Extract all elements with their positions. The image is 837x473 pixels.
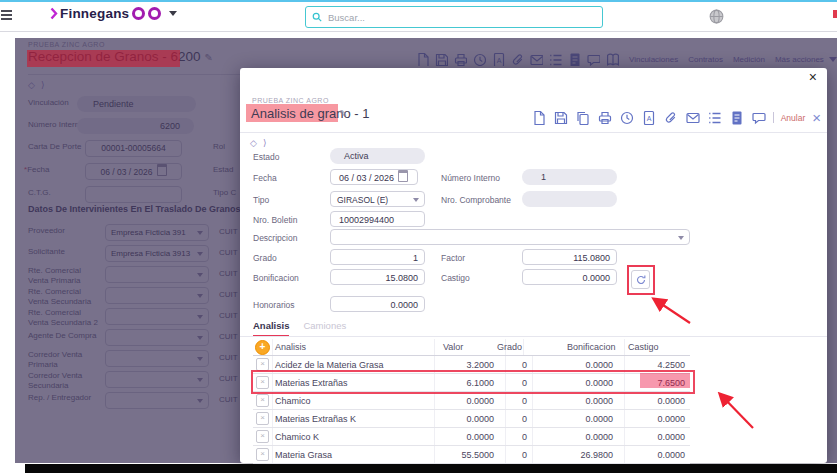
search-icon xyxy=(312,12,322,22)
cell-bonificacion[interactable]: 0.0000 xyxy=(533,356,625,373)
grado-input[interactable]: 1 xyxy=(330,249,425,265)
print-icon[interactable] xyxy=(597,110,612,125)
email-icon[interactable] xyxy=(685,110,700,125)
cell-valor[interactable]: 55.5000 xyxy=(435,446,506,463)
cell-castigo[interactable]: 4.2500 xyxy=(625,356,690,373)
col-header-valor: Valor xyxy=(435,339,506,355)
globe-icon[interactable] xyxy=(708,8,725,25)
delete-row-icon[interactable]: × xyxy=(256,412,269,425)
new-document-icon[interactable] xyxy=(531,110,546,125)
bottom-taskbar xyxy=(25,464,837,473)
analisis-grid: + Analisis Valor Grado Bonificacion Cast… xyxy=(253,339,690,464)
close-record-icon[interactable]: × xyxy=(812,111,821,125)
cell-valor[interactable]: 6.1000 xyxy=(435,374,506,391)
logo-chevron-icon xyxy=(50,7,58,20)
history-icon[interactable] xyxy=(619,110,634,125)
search-input[interactable] xyxy=(326,11,602,24)
delete-row-icon[interactable]: × xyxy=(256,376,269,389)
castigo-input[interactable]: 0.0000 xyxy=(522,269,617,285)
col-header-grado: Grado xyxy=(497,339,524,355)
nro-boletin-input[interactable]: 10002994400 xyxy=(330,211,425,227)
delete-row-icon[interactable]: × xyxy=(256,358,269,371)
tab-analisis[interactable]: Analisis xyxy=(253,320,289,337)
estado-value: Activa xyxy=(330,148,425,164)
cell-analisis[interactable]: Chamico K xyxy=(273,428,435,445)
table-row: × Chamico 0.0000 0 0.0000 0.0000 xyxy=(253,392,690,410)
cell-grado[interactable]: 0 xyxy=(506,428,533,445)
cell-grado[interactable]: 0 xyxy=(506,392,533,409)
add-row-button[interactable]: + xyxy=(255,340,270,355)
field-label: Tipo xyxy=(253,195,269,205)
field-label: Grado xyxy=(253,253,277,263)
cell-bonificacion[interactable]: 0.0000 xyxy=(533,428,625,445)
recalculate-button[interactable] xyxy=(631,270,650,289)
cell-analisis[interactable]: Acidez de la Materia Grasa xyxy=(273,356,435,373)
edge-notification-badge xyxy=(833,10,837,18)
table-row: × Acidez de la Materia Grasa 3.2000 0 0.… xyxy=(253,356,690,374)
app-logo[interactable]: Finnegans xyxy=(50,6,177,21)
col-header-analisis: Analisis xyxy=(273,339,435,355)
descripcion-select[interactable] xyxy=(330,229,690,245)
field-label: Fecha xyxy=(253,173,277,183)
comments-icon[interactable] xyxy=(751,110,766,125)
attachment-icon[interactable] xyxy=(663,110,678,125)
modal-close-icon[interactable]: × xyxy=(809,69,817,85)
brand-go-icon xyxy=(148,7,161,20)
field-label: Bonificacion xyxy=(253,273,299,283)
cell-castigo[interactable]: 0.0000 xyxy=(625,428,690,445)
honorarios-input[interactable]: 0.0000 xyxy=(330,296,425,312)
tipo-select[interactable]: GIRASOL (E) xyxy=(330,191,425,207)
cell-bonificacion[interactable]: 0.0000 xyxy=(533,392,625,409)
cell-castigo[interactable]: 7.6500 xyxy=(625,374,690,391)
cell-grado[interactable]: 0 xyxy=(506,356,533,373)
cell-bonificacion[interactable]: 26.9800 xyxy=(533,446,625,463)
bonificacion-input[interactable]: 15.0800 xyxy=(330,269,425,285)
cell-bonificacion[interactable]: 0.0000 xyxy=(533,374,625,391)
cell-valor[interactable]: 0.0000 xyxy=(435,410,506,427)
field-label: Honorarios xyxy=(253,300,295,310)
cell-castigo[interactable]: 0.0000 xyxy=(625,392,690,409)
delete-row-icon[interactable]: × xyxy=(256,394,269,407)
field-label: Nro. Comprobante xyxy=(441,195,511,205)
factor-input[interactable]: 115.0800 xyxy=(522,249,617,265)
delete-row-icon[interactable]: × xyxy=(256,448,269,461)
cell-valor[interactable]: 0.0000 xyxy=(435,392,506,409)
edit-title-icon[interactable]: ✎ xyxy=(339,108,347,119)
field-label: Estado xyxy=(253,152,279,162)
cell-castigo[interactable]: 0.0000 xyxy=(625,410,690,427)
cell-bonificacion[interactable]: 0.0000 xyxy=(533,410,625,427)
table-row: × Materias Extrañas K 0.0000 0 0.0000 0.… xyxy=(253,410,690,428)
cell-castigo[interactable]: 0.0000 xyxy=(625,446,690,463)
notes-icon[interactable] xyxy=(729,110,744,125)
cell-analisis[interactable]: Materias Extrañas xyxy=(273,374,435,391)
field-label: Factor xyxy=(441,253,465,263)
checklist-icon[interactable] xyxy=(707,110,722,125)
company-name: PRUEBA ZINC AGRO xyxy=(252,97,329,104)
copy-icon[interactable] xyxy=(575,110,590,125)
analisis-de-grano-modal: × PRUEBA ZINC AGRO Analisis de grano - 1… xyxy=(240,68,827,463)
cell-analisis[interactable]: Materias Extrañas K xyxy=(273,410,435,427)
cell-valor[interactable]: 0.0000 xyxy=(435,428,506,445)
cell-analisis[interactable]: Chamico xyxy=(273,392,435,409)
workspace-caret-icon[interactable] xyxy=(169,11,177,16)
tag-breadcrumb-icons: ◇⟩ xyxy=(250,138,272,148)
pdf-icon[interactable] xyxy=(641,110,656,125)
field-label: Número Interno xyxy=(441,173,500,183)
hamburger-menu-icon[interactable] xyxy=(1,10,12,21)
table-row: × Materia Grasa 55.5000 0 26.9800 0.0000 xyxy=(253,446,690,464)
cell-grado[interactable]: 0 xyxy=(506,374,533,391)
cell-analisis[interactable]: Materia Grasa xyxy=(273,446,435,463)
cell-valor[interactable]: 3.2000 xyxy=(435,356,506,373)
divider xyxy=(240,336,827,337)
anular-button[interactable]: Anular xyxy=(781,113,806,123)
brand-go-icon xyxy=(132,7,145,20)
fecha-input[interactable]: 06 / 03 / 2026 xyxy=(330,169,418,185)
cell-grado[interactable]: 0 xyxy=(506,446,533,463)
grid-header-row: + Analisis Valor Grado Bonificacion Cast… xyxy=(253,339,690,356)
delete-row-icon[interactable]: × xyxy=(256,430,269,443)
tab-camiones[interactable]: Camiones xyxy=(303,320,346,337)
save-icon[interactable] xyxy=(553,110,568,125)
app-topbar: Finnegans xyxy=(0,2,837,32)
global-search[interactable] xyxy=(305,6,603,28)
cell-grado[interactable]: 0 xyxy=(506,410,533,427)
